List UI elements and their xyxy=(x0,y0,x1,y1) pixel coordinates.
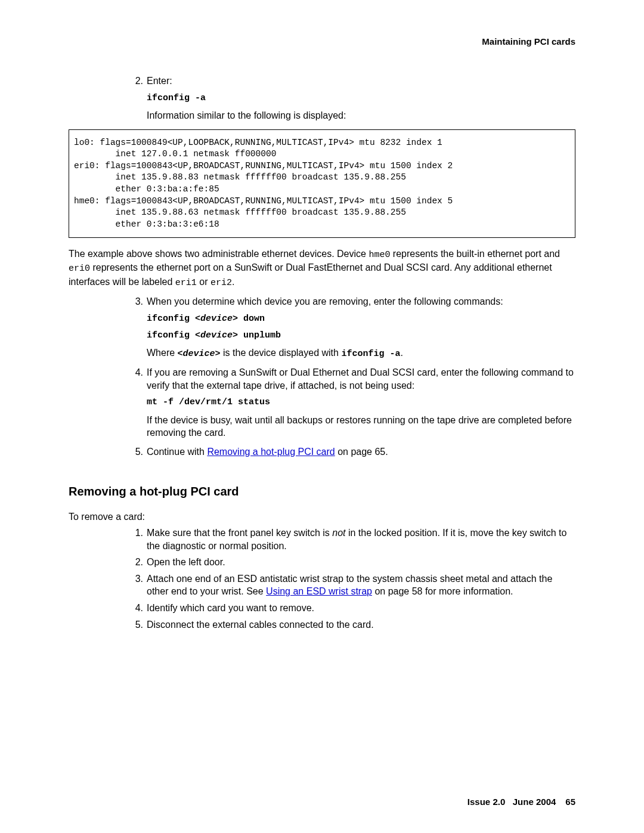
text-run: ifconfig xyxy=(147,330,195,340)
text-run: Continue with xyxy=(147,447,207,457)
step-3-where: Where <device> is the device displayed w… xyxy=(147,346,575,360)
step-3-command-2: ifconfig <device> unplumb xyxy=(147,330,575,342)
step-number: 3. xyxy=(131,295,143,360)
step-2-lead: Enter: xyxy=(147,75,575,88)
inline-code: eri1 xyxy=(175,278,197,288)
text-run: down xyxy=(238,314,265,324)
text-run: Make sure that the front panel key switc… xyxy=(147,528,332,538)
step-2-command: ifconfig -a xyxy=(147,92,575,104)
step-2: 2. Enter: ifconfig -a Information simila… xyxy=(131,75,575,122)
text-run: . xyxy=(400,348,402,358)
step-number: 2. xyxy=(131,556,143,569)
step-4-tail: If the device is busy, wait until all ba… xyxy=(147,414,575,439)
inline-code: eri0 xyxy=(69,264,90,274)
text-run: The example above shows two administrabl… xyxy=(69,249,369,259)
remove-step-2: 2. Open the left door. xyxy=(131,556,575,569)
link-using-esd-wrist-strap[interactable]: Using an ESD wrist strap xyxy=(266,586,372,596)
emphasis: not xyxy=(332,528,345,538)
text-run: Where xyxy=(147,348,178,358)
footer-issue: Issue 2.0 xyxy=(467,797,505,807)
step-number: 4. xyxy=(131,602,143,615)
step-number: 2. xyxy=(131,75,143,122)
remove-step-3-body: Attach one end of an ESD antistatic wris… xyxy=(147,572,575,598)
step-2-explanation: The example above shows two administrabl… xyxy=(69,247,575,289)
footer-page-number: 65 xyxy=(565,797,575,807)
step-3-lead: When you determine which device you are … xyxy=(147,295,575,308)
command-placeholder: <device> xyxy=(195,330,238,340)
step-number: 4. xyxy=(131,366,143,439)
remove-step-2-body: Open the left door. xyxy=(147,556,575,569)
running-header: Maintaining PCI cards xyxy=(69,36,575,48)
remove-intro: To remove a card: xyxy=(69,510,575,524)
remove-step-3: 3. Attach one end of an ESD antistatic w… xyxy=(131,572,575,598)
ifconfig-output-codebox: lo0: flags=1000849<UP,LOOPBACK,RUNNING,M… xyxy=(69,129,575,239)
command-placeholder: <device> xyxy=(178,349,221,359)
text-run: is the device displayed with xyxy=(221,348,342,358)
link-removing-hot-plug-pci-card[interactable]: Removing a hot-plug PCI card xyxy=(207,447,335,457)
remove-step-5: 5. Disconnect the external cables connec… xyxy=(131,618,575,631)
text-run: or xyxy=(197,277,210,287)
step-4: 4. If you are removing a SunSwift or Dua… xyxy=(131,366,575,439)
step-4-command: mt -f /dev/rmt/1 status xyxy=(147,397,575,408)
remove-step-4-body: Identify which card you want to remove. xyxy=(147,602,575,615)
step-number: 3. xyxy=(131,572,143,598)
text-run: represents the built-in ethernet port an… xyxy=(390,249,560,259)
remove-step-5-body: Disconnect the external cables connected… xyxy=(147,618,575,631)
remove-step-1-body: Make sure that the front panel key switc… xyxy=(147,527,575,552)
command-placeholder: <device> xyxy=(195,314,238,324)
text-run: ifconfig xyxy=(147,314,195,324)
inline-code: eri2 xyxy=(210,278,232,288)
text-run: represents the ethernet port on a SunSwi… xyxy=(69,262,552,286)
text-run: . xyxy=(232,277,234,287)
page: Maintaining PCI cards 2. Enter: ifconfig… xyxy=(0,0,644,833)
step-number: 5. xyxy=(131,618,143,631)
step-number: 5. xyxy=(131,445,143,459)
step-5-body: Continue with Removing a hot-plug PCI ca… xyxy=(147,445,575,459)
step-number: 1. xyxy=(131,527,143,552)
text-run: on page 65. xyxy=(335,447,388,457)
step-5: 5. Continue with Removing a hot-plug PCI… xyxy=(131,445,575,459)
step-3: 3. When you determine which device you a… xyxy=(131,295,575,360)
remove-step-4: 4. Identify which card you want to remov… xyxy=(131,602,575,615)
step-2-followup: Information similar to the following is … xyxy=(147,109,575,122)
remove-step-1: 1. Make sure that the front panel key sw… xyxy=(131,527,575,552)
section-heading-removing: Removing a hot-plug PCI card xyxy=(69,484,575,500)
footer-date: June 2004 xyxy=(513,797,556,807)
step-4-lead: If you are removing a SunSwift or Dual E… xyxy=(147,366,575,392)
page-footer: Issue 2.0 June 200465 xyxy=(467,796,575,808)
inline-code: hme0 xyxy=(369,250,390,260)
text-run: unplumb xyxy=(238,330,281,340)
text-run: on page 58 for more information. xyxy=(372,586,513,596)
inline-code: ifconfig -a xyxy=(341,349,400,359)
step-3-command-1: ifconfig <device> down xyxy=(147,313,575,325)
